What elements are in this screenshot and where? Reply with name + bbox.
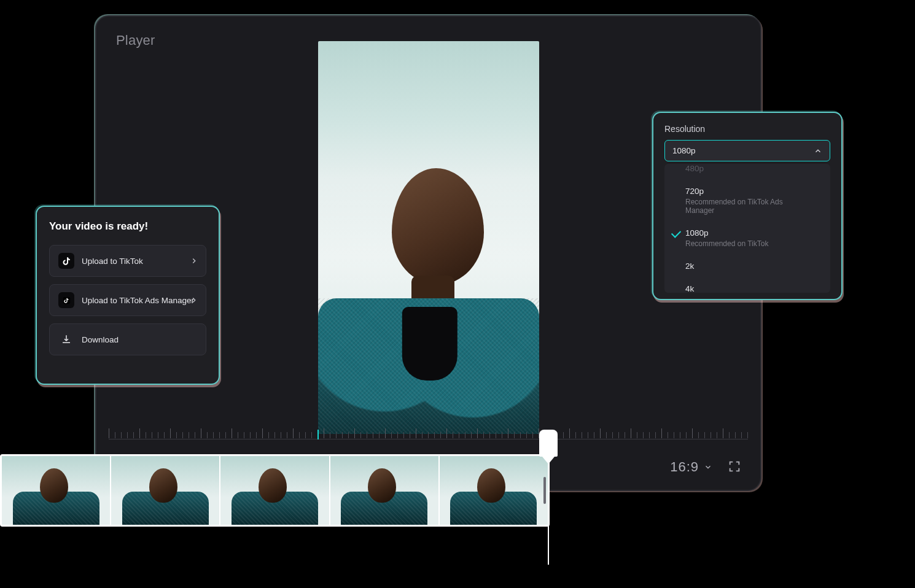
video-preview[interactable] (318, 41, 539, 434)
upload-to-ads-manager-label: Upload to TikTok Ads Manager (82, 296, 194, 305)
resolution-option-label: 1080p (685, 228, 709, 238)
resolution-option-label: 720p (685, 187, 704, 196)
download-label: Download (82, 335, 119, 344)
player-title: Player (116, 33, 155, 48)
clip-thumbnail (330, 456, 438, 525)
clip-thumbnail (440, 456, 548, 525)
resolution-option-label: 4k (685, 284, 694, 293)
timeline-clip[interactable] (0, 454, 550, 527)
resolution-option-sub: Recommended on TikTok Ads Manager (685, 198, 809, 215)
resolution-option-4k[interactable]: 4k (664, 277, 830, 293)
clip-thumbnail (220, 456, 329, 525)
clip-thumbnail (111, 456, 219, 525)
resolution-selected-value: 1080p (672, 146, 696, 155)
resolution-option-sub: Recommended on TikTok (685, 239, 809, 248)
tiktok-icon (58, 253, 74, 269)
resolution-option-480p[interactable]: 480p (664, 164, 830, 180)
chevron-down-icon (704, 463, 712, 471)
resolution-option-label: 480p (685, 164, 704, 173)
aspect-ratio-value: 16:9 (670, 459, 699, 475)
resolution-options-list: 480p 720p Recommended on TikTok Ads Mana… (664, 164, 830, 293)
clip-thumbnail (2, 456, 110, 525)
download-button[interactable]: Download (49, 323, 206, 355)
clip-trim-handle-right[interactable] (543, 477, 546, 504)
chevron-right-icon (190, 257, 198, 265)
resolution-option-2k[interactable]: 2k (664, 255, 830, 277)
chevron-up-icon (814, 147, 822, 155)
fullscreen-icon (728, 460, 741, 473)
fullscreen-button[interactable] (725, 457, 744, 476)
resolution-option-720p[interactable]: 720p Recommended on TikTok Ads Manager (664, 180, 830, 222)
video-ready-title: Your video is ready! (49, 220, 206, 233)
tiktok-ads-icon (58, 292, 74, 308)
resolution-panel: Resolution 1080p 480p 720p Recommended o… (652, 112, 843, 300)
upload-to-ads-manager-button[interactable]: Upload to TikTok Ads Manager (49, 284, 206, 316)
video-ready-panel: Your video is ready! Upload to TikTok Up… (36, 206, 220, 385)
aspect-ratio-dropdown[interactable]: 16:9 (670, 459, 712, 475)
chevron-right-icon (190, 296, 198, 304)
timeline-playhead-marker (317, 430, 319, 439)
video-content-illustration (318, 151, 539, 434)
download-icon (58, 331, 74, 347)
resolution-select[interactable]: 1080p (664, 140, 830, 161)
resolution-option-1080p[interactable]: 1080p Recommended on TikTok (664, 222, 830, 255)
upload-to-tiktok-button[interactable]: Upload to TikTok (49, 245, 206, 277)
resolution-title: Resolution (664, 124, 830, 134)
resolution-option-label: 2k (685, 261, 694, 271)
upload-to-tiktok-label: Upload to TikTok (82, 257, 143, 266)
timeline-ruler[interactable] (109, 427, 748, 439)
